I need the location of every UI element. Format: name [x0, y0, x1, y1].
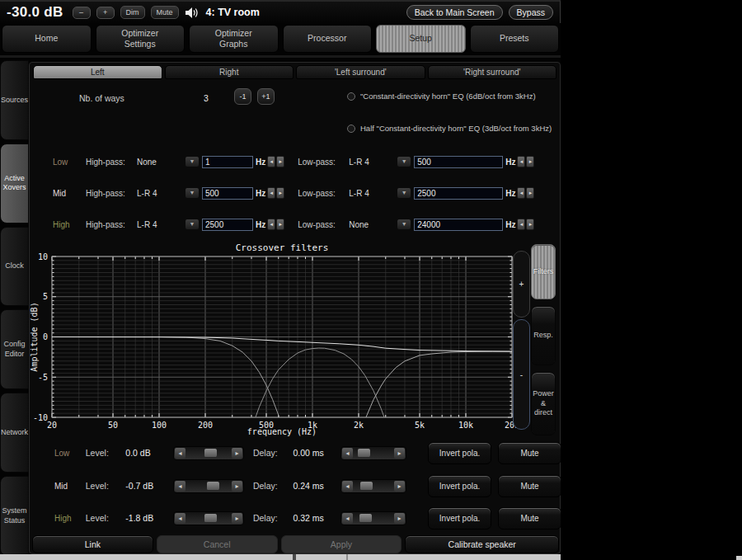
slider-thumb[interactable]	[204, 514, 217, 522]
radio-icon[interactable]	[347, 92, 355, 101]
freq-step-right-button[interactable]: ▸	[276, 219, 284, 230]
svg-text:Amplitude (dB): Amplitude (dB)	[30, 302, 39, 371]
slider-right-arrow-icon[interactable]: ▸	[394, 481, 405, 492]
slider-thumb[interactable]	[204, 449, 217, 457]
low-pass-freq-input[interactable]	[414, 219, 503, 231]
tab-presets[interactable]: Presets	[470, 25, 560, 53]
low-pass-freq-input[interactable]	[414, 156, 503, 168]
freq-step-left-button[interactable]: ◂	[267, 219, 275, 230]
slider-left-arrow-icon[interactable]: ◂	[342, 481, 353, 492]
ways-increment-button[interactable]: +1	[257, 88, 275, 105]
slider-thumb[interactable]	[360, 482, 373, 490]
bypass-button[interactable]: Bypass	[509, 5, 553, 20]
dropdown-arrow-icon[interactable]: ▼	[397, 156, 411, 167]
strip-divider	[346, 554, 348, 560]
delay-slider[interactable]: ◂ ▸	[340, 479, 406, 493]
radio-icon[interactable]	[347, 125, 355, 133]
channel-tab-right-surround[interactable]: 'Right surround'	[428, 65, 557, 79]
delay-slider[interactable]: ◂ ▸	[340, 446, 406, 460]
footer-button-bar: Link Cancel Apply Calibrate speaker	[32, 535, 559, 553]
link-button[interactable]: Link	[32, 535, 153, 553]
chart-zoom-out-button[interactable]: -	[513, 319, 530, 430]
high-pass-freq-input[interactable]	[202, 219, 253, 231]
freq-step-right-button[interactable]: ▸	[526, 219, 534, 230]
freq-step-left-button[interactable]: ◂	[517, 187, 525, 199]
sidebar-item-config-editor[interactable]: Config Editor	[0, 309, 29, 389]
level-slider[interactable]: ◂ ▸	[173, 479, 244, 493]
slider-thumb[interactable]	[358, 449, 370, 457]
half-cd-horn-eq-option[interactable]: Half "Constant-directivity horn" EQ (3dB…	[347, 124, 552, 133]
dropdown-arrow-icon[interactable]: ▼	[397, 219, 411, 230]
dropdown-arrow-icon[interactable]: ▼	[185, 187, 200, 199]
band-mute-button[interactable]: Mute	[498, 507, 561, 529]
freq-step-left-button[interactable]: ◂	[517, 156, 525, 167]
level-slider[interactable]: ◂ ▸	[173, 511, 244, 525]
dropdown-arrow-icon[interactable]: ▼	[397, 187, 411, 199]
dropdown-arrow-icon[interactable]: ▼	[185, 156, 200, 167]
level-label: Level:	[86, 448, 126, 458]
freq-step-right-button[interactable]: ▸	[276, 156, 284, 167]
cancel-button[interactable]: Cancel	[157, 535, 278, 553]
channel-tab-left[interactable]: Left	[33, 65, 162, 79]
tab-home[interactable]: Home	[2, 25, 92, 53]
slider-left-arrow-icon[interactable]: ◂	[175, 513, 186, 524]
tab-optimizer-settings[interactable]: Optimizer Settings	[96, 25, 186, 53]
slider-thumb[interactable]	[359, 514, 372, 522]
slider-right-arrow-icon[interactable]: ▸	[394, 448, 405, 459]
active-xovers-panel: Left Right 'Left surround' 'Right surrou…	[29, 62, 561, 554]
freq-step-right-button[interactable]: ▸	[526, 187, 534, 199]
volume-up-button[interactable]: +	[96, 7, 115, 19]
slider-left-arrow-icon[interactable]: ◂	[342, 448, 353, 459]
slider-left-arrow-icon[interactable]: ◂	[175, 481, 186, 492]
mute-button[interactable]: Mute	[151, 6, 179, 19]
band-mute-button[interactable]: Mute	[498, 475, 561, 497]
freq-step-right-button[interactable]: ▸	[526, 156, 534, 167]
slider-right-arrow-icon[interactable]: ▸	[232, 448, 242, 459]
invert-polarity-button[interactable]: Invert pola.	[428, 507, 491, 529]
sidebar-item-sources[interactable]: Sources	[0, 60, 29, 140]
high-pass-type: L-R 4	[137, 220, 185, 229]
slider-right-arrow-icon[interactable]: ▸	[232, 513, 242, 524]
slider-right-arrow-icon[interactable]: ▸	[394, 513, 405, 524]
tab-processor[interactable]: Processor	[283, 25, 373, 53]
tab-optimizer-graphs[interactable]: Optimizer Graphs	[189, 25, 279, 53]
low-pass-freq-input[interactable]	[414, 187, 503, 200]
band-mute-button[interactable]: Mute	[498, 442, 561, 464]
chart-zoom-in-button[interactable]: +	[513, 251, 530, 318]
tab-setup[interactable]: Setup	[376, 25, 466, 53]
sidebar-item-clock[interactable]: Clock	[0, 227, 29, 307]
hz-unit: Hz	[256, 189, 265, 198]
ways-decrement-button[interactable]: -1	[234, 88, 251, 105]
volume-down-button[interactable]: –	[73, 7, 91, 19]
freq-step-left-button[interactable]: ◂	[267, 156, 275, 167]
slider-left-arrow-icon[interactable]: ◂	[175, 448, 186, 459]
channel-tab-right[interactable]: Right	[165, 65, 294, 79]
apply-button[interactable]: Apply	[281, 535, 402, 553]
invert-polarity-button[interactable]: Invert pola.	[428, 442, 491, 464]
view-button-filters[interactable]: Filters	[531, 244, 556, 299]
calibrate-speaker-button[interactable]: Calibrate speaker	[405, 535, 559, 553]
high-pass-freq-input[interactable]	[202, 187, 253, 200]
delay-slider[interactable]: ◂ ▸	[340, 511, 406, 525]
back-to-main-screen-button[interactable]: Back to Main Screen	[406, 5, 503, 20]
sidebar-item-system-status[interactable]: System Status	[0, 476, 29, 556]
invert-polarity-button[interactable]: Invert pola.	[428, 475, 491, 497]
channel-tab-left-surround[interactable]: 'Left surround'	[296, 65, 425, 79]
freq-stepper: ◂▸	[267, 156, 284, 167]
freq-step-left-button[interactable]: ◂	[267, 187, 275, 199]
sidebar-item-network[interactable]: Network	[0, 393, 29, 473]
slider-right-arrow-icon[interactable]: ▸	[232, 481, 242, 492]
freq-step-right-button[interactable]: ▸	[276, 187, 284, 199]
dim-button[interactable]: Dim	[120, 6, 145, 19]
slider-thumb[interactable]	[207, 482, 219, 490]
dropdown-arrow-icon[interactable]: ▼	[185, 219, 200, 230]
level-slider[interactable]: ◂ ▸	[173, 446, 244, 460]
freq-step-left-button[interactable]: ◂	[517, 219, 525, 230]
cd-horn-eq-option[interactable]: "Constant-directivity horn" EQ (6dB/oct …	[347, 92, 536, 101]
view-button-power-direct[interactable]: Power & direct	[531, 372, 556, 435]
sidebar-item-active-xovers[interactable]: Active Xovers	[0, 144, 29, 224]
high-pass-freq-input[interactable]	[202, 156, 253, 168]
view-button-resp[interactable]: Resp.	[531, 306, 556, 365]
delay-value: 0.32 ms	[294, 513, 341, 523]
slider-left-arrow-icon[interactable]: ◂	[342, 513, 353, 524]
